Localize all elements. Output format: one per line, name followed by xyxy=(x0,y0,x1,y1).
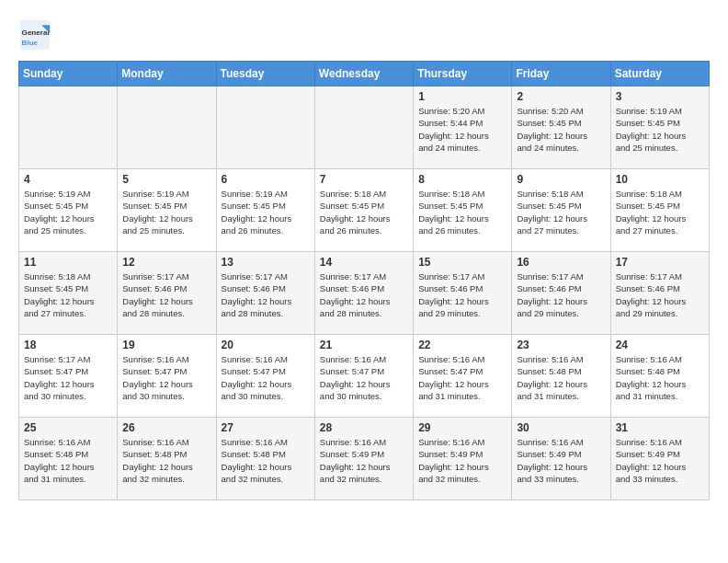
calendar-cell: 29Sunrise: 5:16 AM Sunset: 5:49 PM Dayli… xyxy=(414,418,512,500)
calendar-cell: 16Sunrise: 5:17 AM Sunset: 5:46 PM Dayli… xyxy=(512,252,610,335)
day-number: 6 xyxy=(222,173,310,186)
day-info: Sunrise: 5:17 AM Sunset: 5:46 PM Dayligh… xyxy=(616,270,704,319)
day-info: Sunrise: 5:16 AM Sunset: 5:49 PM Dayligh… xyxy=(320,436,408,485)
calendar-body: 1Sunrise: 5:20 AM Sunset: 5:44 PM Daylig… xyxy=(19,86,710,500)
day-info: Sunrise: 5:20 AM Sunset: 5:45 PM Dayligh… xyxy=(517,105,605,154)
calendar-cell: 20Sunrise: 5:16 AM Sunset: 5:47 PM Dayli… xyxy=(216,335,314,418)
calendar-cell: 18Sunrise: 5:17 AM Sunset: 5:47 PM Dayli… xyxy=(19,335,118,418)
day-number: 15 xyxy=(418,256,506,269)
day-number: 3 xyxy=(616,90,704,103)
calendar-cell: 15Sunrise: 5:17 AM Sunset: 5:46 PM Dayli… xyxy=(414,252,512,335)
calendar-week-row: 11Sunrise: 5:18 AM Sunset: 5:45 PM Dayli… xyxy=(19,252,710,335)
calendar-week-row: 18Sunrise: 5:17 AM Sunset: 5:47 PM Dayli… xyxy=(19,335,710,418)
day-number: 10 xyxy=(616,173,704,186)
day-header-monday: Monday xyxy=(118,62,216,86)
day-number: 11 xyxy=(24,256,112,269)
day-header-sunday: Sunday xyxy=(19,62,118,86)
day-info: Sunrise: 5:16 AM Sunset: 5:48 PM Dayligh… xyxy=(222,436,310,485)
calendar-cell: 21Sunrise: 5:16 AM Sunset: 5:47 PM Dayli… xyxy=(314,335,413,418)
day-number: 31 xyxy=(616,421,704,434)
day-info: Sunrise: 5:16 AM Sunset: 5:49 PM Dayligh… xyxy=(418,436,506,485)
day-number: 20 xyxy=(222,339,310,351)
day-info: Sunrise: 5:19 AM Sunset: 5:45 PM Dayligh… xyxy=(24,188,112,236)
day-number: 13 xyxy=(222,256,310,269)
day-number: 21 xyxy=(320,339,408,351)
calendar-cell xyxy=(118,86,216,169)
calendar-cell: 8Sunrise: 5:18 AM Sunset: 5:45 PM Daylig… xyxy=(414,169,512,252)
day-header-thursday: Thursday xyxy=(414,62,512,86)
day-info: Sunrise: 5:16 AM Sunset: 5:48 PM Dayligh… xyxy=(616,353,704,402)
calendar-cell: 13Sunrise: 5:17 AM Sunset: 5:46 PM Dayli… xyxy=(216,252,314,335)
calendar-table: SundayMondayTuesdayWednesdayThursdayFrid… xyxy=(18,61,710,500)
calendar-cell: 5Sunrise: 5:19 AM Sunset: 5:45 PM Daylig… xyxy=(118,169,216,252)
svg-text:Blue: Blue xyxy=(22,39,39,47)
day-number: 23 xyxy=(517,339,605,351)
calendar-cell: 7Sunrise: 5:18 AM Sunset: 5:45 PM Daylig… xyxy=(314,169,413,252)
day-info: Sunrise: 5:16 AM Sunset: 5:47 PM Dayligh… xyxy=(222,353,310,402)
calendar-cell: 10Sunrise: 5:18 AM Sunset: 5:45 PM Dayli… xyxy=(610,169,709,252)
day-number: 1 xyxy=(418,90,506,103)
logo: General Blue xyxy=(18,18,55,52)
day-header-wednesday: Wednesday xyxy=(314,62,413,86)
day-info: Sunrise: 5:18 AM Sunset: 5:45 PM Dayligh… xyxy=(320,188,408,236)
day-number: 16 xyxy=(517,256,605,269)
day-number: 27 xyxy=(222,421,310,434)
day-number: 26 xyxy=(122,421,210,434)
logo-icon: General Blue xyxy=(18,18,51,52)
day-number: 18 xyxy=(24,339,112,351)
day-info: Sunrise: 5:16 AM Sunset: 5:48 PM Dayligh… xyxy=(517,353,605,402)
day-info: Sunrise: 5:16 AM Sunset: 5:47 PM Dayligh… xyxy=(320,353,408,402)
day-number: 22 xyxy=(418,339,506,351)
calendar-cell: 22Sunrise: 5:16 AM Sunset: 5:47 PM Dayli… xyxy=(414,335,512,418)
calendar-cell xyxy=(19,86,118,169)
day-number: 14 xyxy=(320,256,408,269)
day-info: Sunrise: 5:16 AM Sunset: 5:47 PM Dayligh… xyxy=(418,353,506,402)
day-number: 4 xyxy=(24,173,112,186)
day-number: 25 xyxy=(24,421,112,434)
day-info: Sunrise: 5:16 AM Sunset: 5:47 PM Dayligh… xyxy=(122,353,210,402)
calendar-cell: 27Sunrise: 5:16 AM Sunset: 5:48 PM Dayli… xyxy=(216,418,314,500)
day-number: 28 xyxy=(320,421,408,434)
day-number: 19 xyxy=(122,339,210,351)
calendar-cell: 31Sunrise: 5:16 AM Sunset: 5:49 PM Dayli… xyxy=(610,418,709,500)
day-info: Sunrise: 5:19 AM Sunset: 5:45 PM Dayligh… xyxy=(616,105,704,154)
calendar-cell xyxy=(216,86,314,169)
day-number: 7 xyxy=(320,173,408,186)
calendar-cell: 28Sunrise: 5:16 AM Sunset: 5:49 PM Dayli… xyxy=(314,418,413,500)
day-number: 12 xyxy=(122,256,210,269)
day-info: Sunrise: 5:16 AM Sunset: 5:48 PM Dayligh… xyxy=(122,436,210,485)
calendar-cell: 23Sunrise: 5:16 AM Sunset: 5:48 PM Dayli… xyxy=(512,335,610,418)
calendar-cell: 2Sunrise: 5:20 AM Sunset: 5:45 PM Daylig… xyxy=(512,86,610,169)
day-header-friday: Friday xyxy=(512,62,610,86)
day-info: Sunrise: 5:17 AM Sunset: 5:47 PM Dayligh… xyxy=(24,353,112,402)
calendar-week-row: 1Sunrise: 5:20 AM Sunset: 5:44 PM Daylig… xyxy=(19,86,710,169)
day-number: 8 xyxy=(418,173,506,186)
day-number: 2 xyxy=(517,90,605,103)
day-info: Sunrise: 5:17 AM Sunset: 5:46 PM Dayligh… xyxy=(418,270,506,319)
calendar-cell: 17Sunrise: 5:17 AM Sunset: 5:46 PM Dayli… xyxy=(610,252,709,335)
day-info: Sunrise: 5:16 AM Sunset: 5:49 PM Dayligh… xyxy=(616,436,704,485)
day-info: Sunrise: 5:17 AM Sunset: 5:46 PM Dayligh… xyxy=(222,270,310,319)
day-info: Sunrise: 5:16 AM Sunset: 5:49 PM Dayligh… xyxy=(517,436,605,485)
calendar-cell: 4Sunrise: 5:19 AM Sunset: 5:45 PM Daylig… xyxy=(19,169,118,252)
day-number: 24 xyxy=(616,339,704,351)
calendar-cell: 30Sunrise: 5:16 AM Sunset: 5:49 PM Dayli… xyxy=(512,418,610,500)
calendar-cell: 11Sunrise: 5:18 AM Sunset: 5:45 PM Dayli… xyxy=(19,252,118,335)
day-number: 17 xyxy=(616,256,704,269)
day-info: Sunrise: 5:18 AM Sunset: 5:45 PM Dayligh… xyxy=(616,188,704,236)
calendar-cell: 1Sunrise: 5:20 AM Sunset: 5:44 PM Daylig… xyxy=(414,86,512,169)
day-info: Sunrise: 5:19 AM Sunset: 5:45 PM Dayligh… xyxy=(122,188,210,236)
day-info: Sunrise: 5:17 AM Sunset: 5:46 PM Dayligh… xyxy=(320,270,408,319)
day-header-saturday: Saturday xyxy=(610,62,709,86)
page-header: General Blue xyxy=(18,18,710,52)
calendar-cell: 6Sunrise: 5:19 AM Sunset: 5:45 PM Daylig… xyxy=(216,169,314,252)
calendar-week-row: 25Sunrise: 5:16 AM Sunset: 5:48 PM Dayli… xyxy=(19,418,710,500)
calendar-week-row: 4Sunrise: 5:19 AM Sunset: 5:45 PM Daylig… xyxy=(19,169,710,252)
day-number: 5 xyxy=(122,173,210,186)
calendar-cell: 19Sunrise: 5:16 AM Sunset: 5:47 PM Dayli… xyxy=(118,335,216,418)
calendar-cell: 25Sunrise: 5:16 AM Sunset: 5:48 PM Dayli… xyxy=(19,418,118,500)
calendar-cell xyxy=(314,86,413,169)
day-number: 9 xyxy=(517,173,605,186)
calendar-cell: 14Sunrise: 5:17 AM Sunset: 5:46 PM Dayli… xyxy=(314,252,413,335)
calendar-cell: 12Sunrise: 5:17 AM Sunset: 5:46 PM Dayli… xyxy=(118,252,216,335)
